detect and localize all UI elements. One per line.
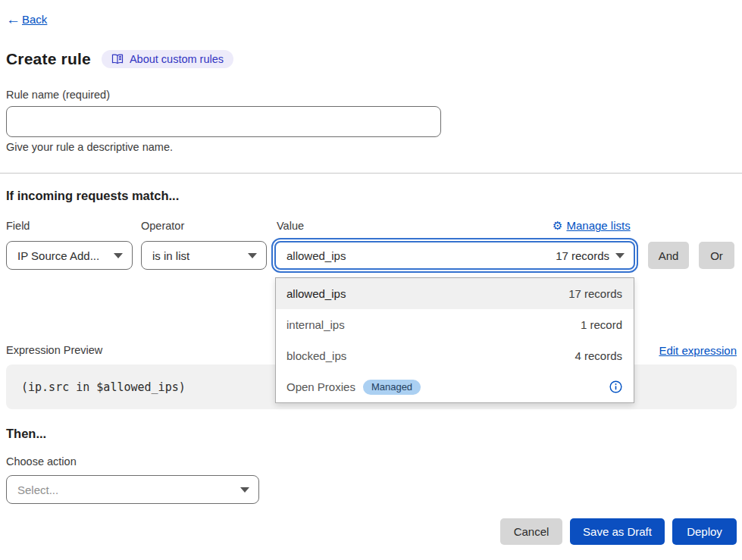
or-button[interactable]: Or: [699, 242, 734, 269]
title-row: Create rule About custom rules: [6, 50, 233, 68]
list-item-name: blocked_ips: [286, 349, 346, 362]
and-button[interactable]: And: [648, 242, 689, 269]
then-section-heading: Then...: [6, 427, 46, 441]
page-title: Create rule: [6, 50, 91, 68]
cancel-button[interactable]: Cancel: [500, 518, 562, 545]
expression-code: (ip.src in $allowed_ips): [21, 380, 186, 394]
list-item-name: Open Proxies: [286, 380, 355, 393]
manage-lists-link[interactable]: ⚙ Manage lists: [553, 219, 631, 232]
list-item-records: 1 record: [581, 318, 622, 331]
action-select[interactable]: Select...: [6, 475, 259, 504]
operator-select[interactable]: is in list: [141, 241, 267, 270]
chevron-down-icon: [114, 253, 123, 258]
dropdown-item-allowed-ips[interactable]: allowed_ips 17 records: [276, 278, 634, 309]
back-link-label: Back: [22, 13, 47, 26]
value-select-records: 17 records: [556, 249, 609, 262]
rule-name-helper: Give your rule a descriptive name.: [6, 141, 173, 153]
chevron-down-icon: [248, 253, 257, 258]
about-custom-rules-link[interactable]: About custom rules: [102, 50, 233, 68]
save-as-draft-button[interactable]: Save as Draft: [570, 518, 665, 545]
back-arrow-icon: ←: [6, 12, 20, 27]
value-select-value: allowed_ips: [286, 249, 346, 262]
manage-lists-label: Manage lists: [566, 219, 630, 232]
field-label: Field: [6, 220, 30, 232]
action-select-placeholder: Select...: [17, 483, 58, 496]
about-custom-rules-label: About custom rules: [130, 53, 224, 65]
rule-name-label: Rule name (required): [6, 89, 110, 101]
dropdown-item-blocked-ips[interactable]: blocked_ips 4 records: [276, 340, 634, 371]
back-link[interactable]: ← Back: [6, 12, 47, 27]
choose-action-label: Choose action: [6, 455, 77, 468]
operator-label: Operator: [141, 220, 184, 232]
footer-actions: Cancel Save as Draft Deploy: [500, 518, 737, 545]
rule-name-input[interactable]: [6, 106, 441, 137]
value-select[interactable]: allowed_ips 17 records: [274, 241, 635, 270]
value-dropdown-panel: allowed_ips 17 records internal_ips 1 re…: [275, 277, 634, 403]
deploy-button[interactable]: Deploy: [672, 518, 737, 545]
dropdown-item-open-proxies[interactable]: Open Proxies Managed: [276, 371, 634, 402]
expression-preview-label: Expression Preview: [6, 344, 102, 356]
field-select-value: IP Source Add...: [17, 249, 99, 262]
gear-icon: ⚙: [553, 220, 562, 231]
list-item-name: internal_ips: [286, 318, 345, 331]
dropdown-item-internal-ips[interactable]: internal_ips 1 record: [276, 309, 634, 340]
chevron-down-icon: [240, 487, 249, 493]
section-divider: [0, 173, 742, 174]
value-label: Value: [277, 220, 304, 232]
match-section-heading: If incoming requests match...: [6, 189, 179, 203]
list-item-records: 4 records: [575, 349, 622, 362]
chevron-down-icon: [615, 253, 625, 258]
managed-badge: Managed: [363, 380, 421, 395]
list-item-name: allowed_ips: [286, 287, 346, 300]
field-select[interactable]: IP Source Add...: [6, 241, 133, 270]
edit-expression-link[interactable]: Edit expression: [659, 344, 737, 357]
list-item-records: 17 records: [568, 287, 622, 300]
book-icon: [111, 54, 124, 64]
info-icon[interactable]: [609, 380, 622, 393]
operator-select-value: is in list: [152, 249, 189, 262]
